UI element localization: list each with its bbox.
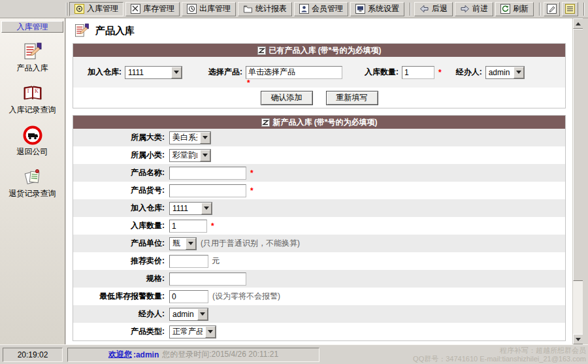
settings-icon [355,4,365,14]
refill-button[interactable]: 重新填写 [326,91,378,105]
unit-note: (只用于普通识别，不能换算) [201,238,300,249]
clock-panel: 20:19:02 [3,348,63,362]
spec-input[interactable] [169,273,246,286]
min-stock-note: (设为零将不会报警) [212,291,280,302]
toolbar-separator [583,3,585,16]
back-button[interactable]: 后退 [414,2,453,16]
tab-system-settings[interactable]: 系统设置 [350,2,404,16]
minor-category-select[interactable]: 彩堂韵白 [169,149,211,162]
top-toolbar: 入库管理 库存管理 出库管理 统计报表 会员管理 系统设置 后退 [0,0,588,18]
quick-edit-button[interactable] [544,2,560,16]
existing-buttons-row: 确认添加 重新填写 [73,88,565,108]
form-row-unit: 产品单位: 瓶 (只用于普通识别，不能换算) [73,235,565,252]
major-category-select[interactable]: 美白系列 [169,131,211,144]
section-check-icon [257,46,266,55]
sidebar-header-inbound[interactable]: 入库管理 [1,21,63,33]
form-row-quantity: 入库数量: * [73,217,565,235]
chevron-down-icon[interactable] [200,132,210,144]
chevron-down-icon[interactable] [514,67,524,78]
sidebar-item-return-company[interactable]: 退回公司 [0,125,65,157]
login-time-text: 您的登录时间:2015/4/26 20:11:21 [162,349,278,360]
min-stock-alert-input[interactable] [169,290,208,303]
form-row-product-type: 产品类型: 正常产品 [73,323,565,340]
required-star: * [438,68,442,77]
warehouse-select-value: 1111 [128,68,169,77]
tab-outbound-management[interactable]: 出库管理 [182,2,236,16]
warehouse-label: 加入仓库: [88,67,122,78]
tab-statistics-report[interactable]: 统计报表 [238,2,292,16]
sidebar-item-inbound-records[interactable]: I K 入库记录查询 [0,84,65,116]
operator-select[interactable]: admin [485,66,525,79]
section-existing-product: 已有产品入库 (带*号的为必填项) 加入仓库: 1111 选择产品: * [73,43,566,108]
new-operator-select[interactable]: admin [169,308,208,321]
edit-window-icon [547,4,557,14]
vertical-scrollbar[interactable] [572,18,583,344]
chevron-down-icon[interactable] [197,308,208,320]
warehouse-select[interactable]: 1111 [125,66,182,79]
status-bar: 20:19:02 欢迎您:admin您的登录时间:2015/4/26 20:11… [0,344,588,364]
form-row-product-name: 产品名称: * [73,164,565,182]
new-quantity-input[interactable] [169,220,207,233]
quantity-input[interactable] [402,66,434,79]
toolbar-grip[interactable] [66,3,67,16]
refresh-label: 刷新 [513,3,529,14]
new-warehouse-select[interactable]: 1111 [169,202,212,215]
section-existing-header: 已有产品入库 (带*号的为必填项) [73,44,565,57]
doc-pen-icon [74,23,90,39]
form-row-major-category: 所属大类: 美白系列 [73,129,565,146]
tab-member-management[interactable]: 会员管理 [294,2,348,16]
watermark-line1: 程序补写：超越所想群会员 [413,346,586,355]
back-label: 后退 [432,3,448,14]
section-new-title: 新产品入库 (带*号的为必填项) [273,117,378,128]
refresh-button[interactable]: 刷新 [495,2,534,16]
welcome-link[interactable]: 欢迎您 [108,349,132,360]
welcome-user: :admin [133,350,159,359]
forward-button[interactable]: 前进 [455,2,493,16]
refresh-icon [500,4,510,14]
chevron-down-icon[interactable] [186,238,196,250]
svg-text:I: I [27,88,29,94]
notepad-button[interactable] [562,2,578,16]
form-row-product-code: 产品货号: * [73,182,565,199]
price-input[interactable] [169,255,208,268]
scroll-up-button[interactable] [573,18,583,29]
return-truck-icon [23,125,42,145]
scrollbar-thumb[interactable] [573,29,583,281]
open-book-icon: I K [23,84,42,103]
sidebar-item-product-inbound[interactable]: 产品入库 [0,42,65,74]
notepad-icon [565,4,575,14]
sidebar-item-label: 产品入库 [17,63,48,74]
operator-label: 经办人: [456,67,482,78]
product-code-input[interactable] [169,184,246,197]
sidebar: 入库管理 产品入库 I K 入库记录查询 [0,18,65,344]
chevron-down-icon[interactable] [171,67,182,78]
chevron-down-icon[interactable] [201,203,212,214]
sidebar-item-return-records[interactable]: 退货记录查询 [0,167,65,199]
form-row-price: 推荐卖价: 元 [73,252,565,270]
unit-select[interactable]: 瓶 [169,237,197,250]
main-content: 产品入库 已有产品入库 (带*号的为必填项) 加入仓库: 1111 选择产品: [66,18,583,344]
chevron-down-icon[interactable] [205,326,216,338]
member-icon [299,4,309,14]
product-name-input[interactable] [169,167,246,180]
tab-inbound-management[interactable]: 入库管理 [69,2,123,16]
quantity-label: 入库数量: [365,67,399,78]
product-type-select[interactable]: 正常产品 [169,325,216,339]
form-row-min-stock-alert: 最低库存报警数量: (设为零将不会报警) [73,288,565,305]
section-existing-title: 已有产品入库 (带*号的为必填项) [269,45,382,56]
clock-time: 20:19:02 [18,350,48,359]
chevron-down-icon[interactable] [200,150,210,161]
watermark-line2: QQ群号：34741610 E-mail:tianshizhilei_21@16… [413,355,586,363]
confirm-add-button[interactable]: 确认添加 [261,91,313,105]
tab-label: 库存管理 [143,3,174,14]
tab-label: 统计报表 [255,3,287,14]
scroll-down-button[interactable] [573,334,583,344]
page-title: 产品入库 [66,18,583,42]
inbound-icon [74,4,84,14]
forward-label: 前进 [472,3,488,14]
watermark-credits: 程序补写：超越所想群会员 QQ群号：34741610 E-mail:tiansh… [413,346,586,363]
doc-pen-icon [23,42,42,61]
required-star: * [250,186,253,195]
select-product-input[interactable] [246,66,342,79]
tab-inventory-management[interactable]: 库存管理 [125,2,180,16]
